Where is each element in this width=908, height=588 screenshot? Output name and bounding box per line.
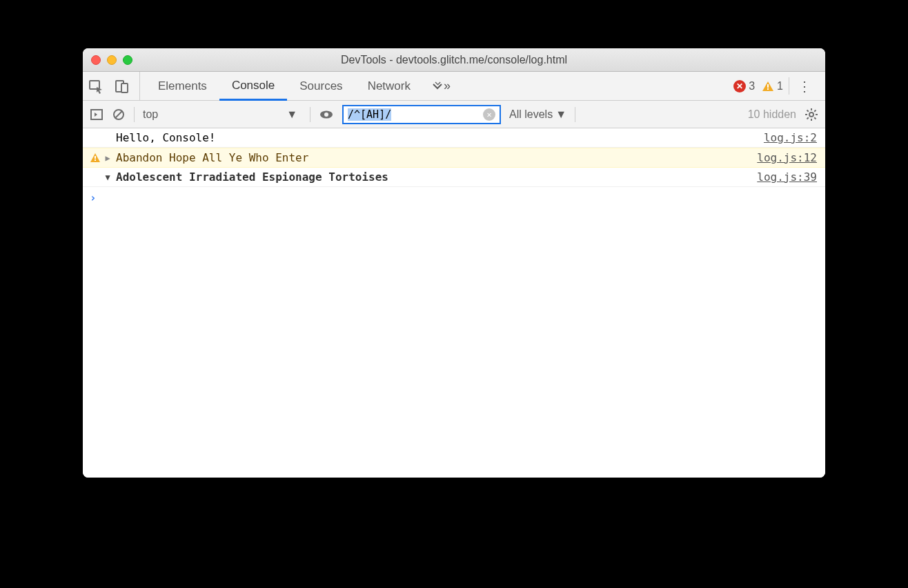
- svg-point-10: [809, 112, 813, 117]
- inspect-element-icon[interactable]: [88, 79, 103, 94]
- clear-filter-icon[interactable]: ✕: [483, 108, 495, 121]
- warning-icon: [762, 80, 774, 92]
- console-prompt[interactable]: ›: [83, 187, 825, 208]
- log-levels-selector[interactable]: All levels ▼: [509, 108, 566, 121]
- console-body[interactable]: Hello, Console! log.js:2 ▶ Abandon Hope …: [83, 128, 825, 478]
- devtools-window: DevTools - devtools.glitch.me/console/lo…: [83, 48, 825, 478]
- toggle-sidebar-icon[interactable]: [90, 108, 103, 121]
- titlebar: DevTools - devtools.glitch.me/console/lo…: [83, 48, 825, 72]
- hidden-count[interactable]: 10 hidden: [748, 108, 796, 121]
- device-toolbar-icon[interactable]: [115, 79, 130, 94]
- window-title: DevTools - devtools.glitch.me/console/lo…: [83, 54, 825, 66]
- svg-rect-19: [95, 156, 96, 159]
- log-warning-row[interactable]: ▶ Abandon Hope All Ye Who Enter log.js:1…: [83, 148, 825, 168]
- log-message-text: Abandon Hope All Ye Who Enter: [113, 151, 757, 164]
- window-close-button[interactable]: [91, 55, 101, 65]
- warning-count-value: 1: [777, 80, 783, 92]
- filter-value: /^[AH]/: [348, 108, 391, 121]
- window-minimize-button[interactable]: [107, 55, 117, 65]
- tab-sources[interactable]: Sources: [287, 72, 355, 100]
- log-message-text: Hello, Console!: [113, 131, 764, 144]
- console-toolbar: top ▼ /^[AH]/ ✕ All levels ▼ 10 hidden: [83, 101, 825, 128]
- error-count-value: 3: [749, 80, 755, 92]
- clear-console-icon[interactable]: [112, 108, 126, 121]
- disclosure-open-icon[interactable]: ▼: [102, 173, 113, 182]
- log-source-link[interactable]: log.js:2: [764, 131, 817, 144]
- warning-count[interactable]: 1: [762, 80, 783, 92]
- execution-context-selector[interactable]: top ▼: [143, 108, 302, 121]
- window-maximize-button[interactable]: [123, 55, 132, 65]
- svg-rect-2: [121, 84, 128, 92]
- prompt-caret-icon: ›: [90, 191, 97, 204]
- context-value: top: [143, 108, 158, 121]
- svg-line-7: [115, 111, 122, 118]
- log-source-link[interactable]: log.js:39: [757, 170, 817, 184]
- svg-line-15: [807, 110, 809, 111]
- disclosure-closed-icon[interactable]: ▶: [102, 153, 113, 163]
- warning-icon: [88, 153, 102, 164]
- console-settings-icon[interactable]: [805, 108, 818, 121]
- svg-line-16: [814, 117, 816, 119]
- log-group-row[interactable]: ▼ Adolescent Irradiated Espionage Tortoi…: [83, 168, 825, 187]
- log-source-link[interactable]: log.js:12: [757, 151, 817, 164]
- chevron-down-icon: ▼: [555, 108, 566, 121]
- more-options-button[interactable]: ⋮: [789, 78, 820, 95]
- filter-input[interactable]: /^[AH]/ ✕: [342, 105, 501, 124]
- tab-network[interactable]: Network: [355, 72, 423, 100]
- svg-line-18: [814, 110, 816, 111]
- levels-label: All levels: [509, 108, 553, 121]
- log-message-text: Adolescent Irradiated Espionage Tortoise…: [113, 170, 757, 184]
- tab-elements[interactable]: Elements: [146, 72, 219, 100]
- svg-line-17: [807, 117, 809, 119]
- status-indicators[interactable]: ✕ 3 1: [733, 77, 789, 95]
- svg-rect-20: [95, 159, 96, 161]
- error-count[interactable]: ✕ 3: [733, 80, 755, 92]
- chevron-down-icon: ▼: [286, 108, 297, 121]
- log-message-row[interactable]: Hello, Console! log.js:2: [83, 128, 825, 148]
- svg-point-9: [324, 112, 328, 117]
- more-tabs-button[interactable]: »: [423, 72, 459, 100]
- live-expression-icon[interactable]: [319, 107, 334, 122]
- tabstrip: Elements Console Sources Network » ✕ 3 1…: [83, 72, 825, 101]
- svg-rect-3: [767, 84, 769, 88]
- traffic-lights: [91, 55, 132, 65]
- tab-console[interactable]: Console: [219, 72, 287, 101]
- error-icon: ✕: [733, 80, 746, 92]
- panel-tabs: Elements Console Sources Network »: [146, 72, 459, 100]
- svg-rect-4: [767, 88, 769, 90]
